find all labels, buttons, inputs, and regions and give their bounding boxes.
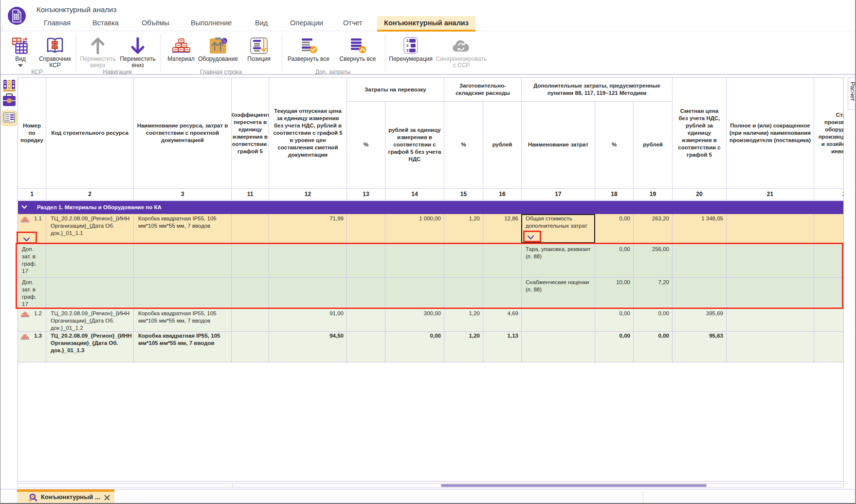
svg-text:3: 3 [406,48,409,53]
svg-text:1: 1 [406,38,409,43]
svg-text:2: 2 [406,43,409,48]
